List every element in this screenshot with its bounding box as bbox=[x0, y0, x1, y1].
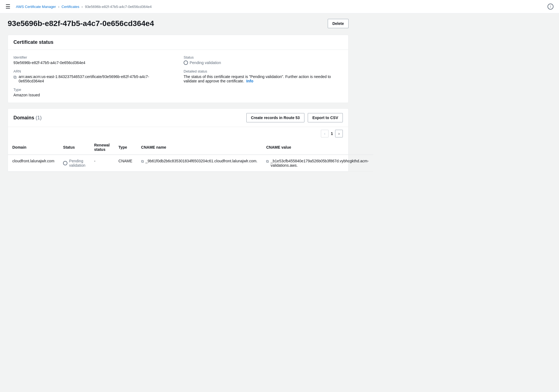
col-cname-value: CNAME value bbox=[262, 140, 373, 155]
pagination: ‹ 1 › bbox=[8, 127, 348, 140]
domains-table: Domain Status Renewal status Type CNAME … bbox=[8, 140, 373, 172]
table-body: cloudfront.lalunajwlr.com Pending valida… bbox=[8, 155, 373, 172]
breadcrumb-current: 93e5696b-e82f-47b5-a4c7-0e656cd364e4 bbox=[85, 5, 152, 9]
certificate-status-body: Identifier 93e5696b-e82f-47b5-a4c7-0e656… bbox=[8, 50, 348, 103]
cname-name-container: ⧉ _9b61f0db2b6c835301834f6503204c61.clou… bbox=[141, 159, 258, 164]
row-status-pending: Pending validation bbox=[63, 159, 85, 168]
top-bar: ☰ AWS Certificate Manager › Certificates… bbox=[0, 0, 559, 13]
arn-value-container: ⧉ arn:aws:acm:us-east-1:843237546537:cer… bbox=[13, 74, 173, 83]
cell-domain: cloudfront.lalunajwlr.com bbox=[8, 155, 59, 172]
status-item: Status Pending validation bbox=[184, 55, 343, 65]
row-status-text: Pending validation bbox=[69, 159, 85, 168]
status-text: Pending validation bbox=[190, 60, 221, 65]
domains-actions: Create records in Route 53 Export to CSV bbox=[246, 113, 343, 122]
status-label: Status bbox=[184, 55, 343, 59]
export-csv-button[interactable]: Export to CSV bbox=[308, 113, 343, 122]
domains-card: Domains (1) Create records in Route 53 E… bbox=[8, 108, 349, 172]
arn-label: ARN bbox=[13, 69, 173, 73]
right-column: Status Pending validation Detailed statu… bbox=[184, 55, 343, 97]
cell-type: CNAME bbox=[114, 155, 137, 172]
breadcrumb-certificates-link[interactable]: Certificates bbox=[62, 5, 79, 9]
pagination-next-button[interactable]: › bbox=[335, 130, 343, 137]
arn-value: arn:aws:acm:us-east-1:843237546537:certi… bbox=[19, 74, 173, 83]
arn-copy-icon[interactable]: ⧉ bbox=[13, 75, 16, 80]
col-renewal-status: Renewal status bbox=[90, 140, 114, 155]
hamburger-icon[interactable]: ☰ bbox=[5, 3, 10, 10]
left-column: Identifier 93e5696b-e82f-47b5-a4c7-0e656… bbox=[13, 55, 173, 97]
info-link[interactable]: Info bbox=[246, 79, 253, 83]
detailed-status-value: The status of this certificate request i… bbox=[184, 74, 343, 83]
breadcrumb-separator-1: › bbox=[58, 5, 59, 9]
domains-count: (1) bbox=[36, 115, 42, 120]
cname-name-copy-icon[interactable]: ⧉ bbox=[141, 159, 144, 164]
breadcrumb-separator-2: › bbox=[82, 5, 83, 9]
certificate-status-card: Certificate status Identifier 93e5696b-e… bbox=[8, 35, 349, 103]
cname-value-text: _b1e53cfb455840e179a526b05b3f867d.vybhcg… bbox=[270, 159, 369, 168]
info-icon[interactable]: i bbox=[547, 4, 554, 10]
domains-title-text: Domains bbox=[13, 115, 34, 120]
table-row: cloudfront.lalunajwlr.com Pending valida… bbox=[8, 155, 373, 172]
certificate-status-header: Certificate status bbox=[8, 35, 348, 50]
certificate-info-grid: Identifier 93e5696b-e82f-47b5-a4c7-0e656… bbox=[13, 55, 343, 97]
main-content: 93e5696b-e82f-47b5-a4c7-0e656cd364e4 Del… bbox=[0, 13, 356, 183]
domains-header: Domains (1) Create records in Route 53 E… bbox=[8, 109, 348, 127]
detailed-status-item: Detailed status The status of this certi… bbox=[184, 69, 343, 83]
col-cname-name: CNAME name bbox=[137, 140, 262, 155]
page-header: 93e5696b-e82f-47b5-a4c7-0e656cd364e4 Del… bbox=[8, 19, 349, 28]
cname-value-container: ⧉ _b1e53cfb455840e179a526b05b3f867d.vybh… bbox=[266, 159, 369, 168]
cell-cname-name: ⧉ _9b61f0db2b6c835301834f6503204c61.clou… bbox=[137, 155, 262, 172]
identifier-value: 93e5696b-e82f-47b5-a4c7-0e656cd364e4 bbox=[13, 60, 173, 65]
clock-icon bbox=[184, 60, 188, 65]
arn-item: ARN ⧉ arn:aws:acm:us-east-1:843237546537… bbox=[13, 69, 173, 83]
cname-value-copy-icon[interactable]: ⧉ bbox=[266, 159, 269, 164]
cname-name-value: _9b61f0db2b6c835301834f6503204c61.cloudf… bbox=[146, 159, 258, 163]
page-title: 93e5696b-e82f-47b5-a4c7-0e656cd364e4 bbox=[8, 19, 154, 28]
create-records-button[interactable]: Create records in Route 53 bbox=[246, 113, 304, 122]
identifier-label: Identifier bbox=[13, 55, 173, 59]
breadcrumb-acm-link[interactable]: AWS Certificate Manager bbox=[16, 5, 56, 9]
detailed-status-label: Detailed status bbox=[184, 69, 343, 73]
domains-table-container: Domain Status Renewal status Type CNAME … bbox=[8, 140, 348, 172]
cell-status: Pending validation bbox=[59, 155, 90, 172]
cell-renewal-status: - bbox=[90, 155, 114, 172]
detailed-status-text: The status of this certificate request i… bbox=[184, 74, 331, 83]
type-label: Type bbox=[13, 88, 173, 92]
pagination-prev-button[interactable]: ‹ bbox=[321, 130, 329, 137]
breadcrumb: AWS Certificate Manager › Certificates ›… bbox=[16, 5, 152, 9]
cell-cname-value: ⧉ _b1e53cfb455840e179a526b05b3f867d.vybh… bbox=[262, 155, 373, 172]
type-value: Amazon Issued bbox=[13, 93, 173, 97]
delete-button[interactable]: Delete bbox=[328, 19, 349, 28]
domains-title: Domains (1) bbox=[13, 115, 42, 121]
certificate-status-title: Certificate status bbox=[13, 39, 343, 45]
col-type: Type bbox=[114, 140, 137, 155]
col-domain: Domain bbox=[8, 140, 59, 155]
row-clock-icon bbox=[63, 161, 67, 165]
status-value: Pending validation bbox=[184, 60, 343, 65]
pagination-current-page: 1 bbox=[331, 131, 333, 136]
table-header-row: Domain Status Renewal status Type CNAME … bbox=[8, 140, 373, 155]
table-head: Domain Status Renewal status Type CNAME … bbox=[8, 140, 373, 155]
col-status: Status bbox=[59, 140, 90, 155]
type-item: Type Amazon Issued bbox=[13, 88, 173, 97]
identifier-item: Identifier 93e5696b-e82f-47b5-a4c7-0e656… bbox=[13, 55, 173, 65]
